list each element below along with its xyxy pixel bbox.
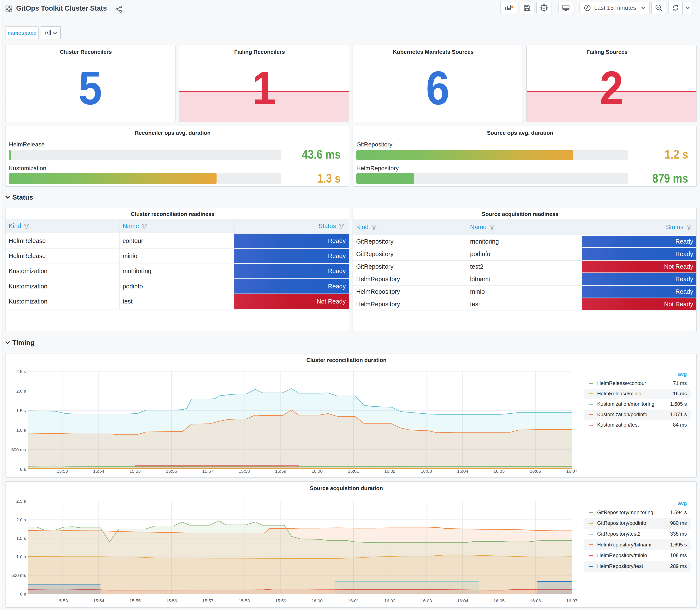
svg-text:15:53: 15:53: [57, 598, 68, 603]
svg-text:16:00: 16:00: [311, 469, 323, 473]
svg-text:16:04: 16:04: [457, 598, 468, 603]
svg-text:15:54: 15:54: [93, 598, 104, 603]
svg-text:0 s: 0 s: [20, 592, 26, 596]
svg-text:15:59: 15:59: [275, 598, 286, 603]
svg-text:16:03: 16:03: [421, 469, 432, 473]
svg-text:16:01: 16:01: [348, 598, 359, 603]
svg-text:2.0 s: 2.0 s: [16, 388, 26, 394]
svg-text:16:00: 16:00: [311, 598, 323, 603]
svg-text:16:04: 16:04: [457, 469, 468, 473]
svg-text:2.0 s: 2.0 s: [16, 517, 26, 522]
svg-text:0 s: 0 s: [20, 467, 26, 472]
svg-text:1.0 s: 1.0 s: [16, 428, 26, 433]
svg-text:16:05: 16:05: [493, 469, 505, 473]
svg-text:16:03: 16:03: [421, 598, 432, 603]
svg-text:2.5 s: 2.5 s: [16, 369, 26, 374]
svg-text:15:57: 15:57: [202, 469, 214, 473]
svg-text:15:57: 15:57: [202, 598, 214, 603]
svg-text:15:56: 15:56: [166, 598, 177, 603]
svg-text:2.5 s: 2.5 s: [16, 499, 26, 503]
svg-text:15:56: 15:56: [166, 469, 177, 473]
svg-text:500 ms: 500 ms: [11, 447, 26, 452]
svg-text:16:02: 16:02: [384, 469, 395, 473]
svg-text:16:05: 16:05: [493, 598, 505, 603]
svg-text:16:07: 16:07: [566, 469, 577, 473]
svg-text:15:58: 15:58: [239, 598, 250, 603]
svg-text:500 ms: 500 ms: [11, 573, 26, 578]
svg-text:16:06: 16:06: [530, 598, 541, 603]
svg-text:16:06: 16:06: [530, 469, 541, 473]
svg-text:15:53: 15:53: [57, 469, 68, 473]
svg-text:15:59: 15:59: [275, 469, 286, 473]
svg-text:15:55: 15:55: [129, 469, 141, 473]
svg-text:15:58: 15:58: [239, 469, 250, 473]
svg-text:1.5 s: 1.5 s: [16, 536, 26, 541]
svg-text:16:01: 16:01: [348, 469, 359, 473]
svg-text:15:54: 15:54: [93, 469, 104, 473]
svg-text:16:07: 16:07: [566, 598, 577, 603]
svg-text:1.0 s: 1.0 s: [16, 554, 26, 559]
svg-text:1.5 s: 1.5 s: [16, 408, 26, 413]
svg-text:16:02: 16:02: [384, 598, 395, 603]
svg-text:15:55: 15:55: [129, 598, 141, 603]
